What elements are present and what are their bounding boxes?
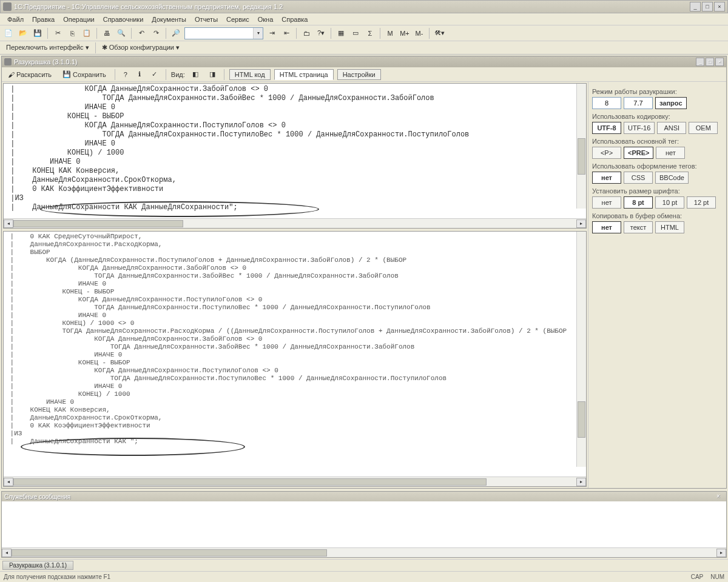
mode-label: Режим работы разукрашки: [592,88,723,95]
child-close[interactable]: × [715,58,724,66]
save-icon[interactable]: 💾 [32,27,44,39]
find-icon[interactable]: 🔎 [170,27,182,39]
enc-oem[interactable]: OEM [689,122,718,134]
copy-icon[interactable]: ⎘ [66,27,78,39]
clip-none[interactable]: нет [592,221,621,233]
view-tool1[interactable]: ◧ [189,69,202,79]
tab-settings[interactable]: Настройки [337,69,381,80]
search-combo[interactable]: ▾ [184,27,263,39]
status-hint: Для получения подсказки нажмите F1 [4,574,110,580]
child-toolbar: 🖌 Раскрасить 💾 Сохранить ? ℹ ✓ Вид: ◧ ◨ … [2,67,726,82]
child-icon [4,58,12,65]
code-pane-bottom[interactable]: | 0 КАК СреднеСуточныйПрирост, | ДанныеД… [3,231,587,487]
open-icon[interactable]: 📂 [17,27,29,39]
menu-operations[interactable]: Операции [59,15,98,24]
info-button[interactable]: ℹ [135,69,144,79]
preview-icon[interactable]: 🔍 [115,27,127,39]
close-button[interactable]: × [714,2,725,12]
messages-panel: Служебные сообщения × ◂ ▸ [1,491,727,558]
sigma-icon[interactable]: Σ [364,27,376,39]
help-dropdown-icon[interactable]: ?▾ [315,27,327,39]
menu-service[interactable]: Сервис [223,15,253,24]
enc-ansi[interactable]: ANSI [657,122,686,134]
font-12pt[interactable]: 12 pt [687,196,716,209]
app-icon [3,2,12,11]
messages-close[interactable]: × [716,493,724,500]
hscroll-top[interactable]: ◂ ▸ [4,218,586,228]
mode-input1[interactable] [592,97,621,109]
vscroll-bottom[interactable] [576,232,586,467]
select-icon[interactable]: ▭ [349,27,362,39]
tab-html-page[interactable]: HTML страница [274,69,334,80]
interface-toolbar: Переключить интерфейс ▾ ✱ Обзор конфигур… [0,41,728,55]
clip-html[interactable]: HTML [655,221,684,233]
menu-help[interactable]: Справка [278,15,311,24]
code-pane-top[interactable]: | КОГДА ДанныеДляСохранности.ЗабойГолов … [3,83,587,229]
menu-directories[interactable]: Справочники [99,15,147,24]
config-overview-button[interactable]: ✱ Обзор конфигурации ▾ [99,42,183,53]
mem-mplus[interactable]: М+ [399,27,411,39]
minimize-button[interactable]: _ [690,2,701,12]
menu-reports[interactable]: Отчеты [191,15,221,24]
folder-icon[interactable]: 🗀 [300,27,312,39]
menu-windows[interactable]: Окна [254,15,277,24]
main-toolbar: 📄 📂 💾 ✂ ⎘ 📋 🖶 🔍 ↶ ↷ 🔎 ▾ ⇥ ⇤ 🗀 ?▾ ▦ ▭ Σ М… [0,25,728,41]
menu-file[interactable]: Файл [4,15,27,24]
menu-documents[interactable]: Документы [148,15,190,24]
tag-pre[interactable]: <PRE> [624,147,653,159]
tag-none[interactable]: нет [656,147,685,159]
mem-m[interactable]: М [384,27,396,39]
help-button[interactable]: ? [120,70,131,79]
paste-icon[interactable]: 📋 [81,27,93,39]
messages-title: Служебные сообщения [4,493,70,500]
child-maximize[interactable]: □ [706,58,714,66]
status-bar: Для получения подсказки нажмите F1 CAP N… [0,571,728,582]
font-10pt[interactable]: 10 pt [655,196,684,209]
enc-utf16[interactable]: UTF-16 [624,122,655,134]
child-title: Разукрашка (3.1.0.1) [14,58,77,65]
mode-query-button[interactable]: запрос [655,97,687,109]
clip-text[interactable]: текст [624,221,653,233]
menu-edit[interactable]: Правка [29,15,58,24]
child-minimize[interactable]: _ [696,58,704,66]
check-button[interactable]: ✓ [148,69,161,79]
undo-icon[interactable]: ↶ [135,27,147,39]
font-label: Установить размер шрифта: [592,187,723,195]
child-window: Разукрашка (3.1.0.1) _ □ × 🖌 Раскрасить … [1,56,727,489]
maximize-button[interactable]: □ [702,2,713,12]
tag-p[interactable]: <P> [592,147,621,159]
switch-interface-dropdown[interactable]: Переключить интерфейс ▾ [4,42,92,53]
status-num: NUM [710,574,724,580]
save-button[interactable]: 💾 Сохранить [59,69,110,79]
messages-hscroll[interactable]: ◂ ▸ [2,547,726,557]
grid-icon[interactable]: ▦ [335,27,347,39]
tagfmt-label: Использовать оформление тегов: [592,162,723,170]
cut-icon[interactable]: ✂ [52,27,64,39]
find-next-icon[interactable]: ⇥ [266,27,278,39]
child-titlebar: Разукрашка (3.1.0.1) _ □ × [2,56,726,67]
menubar: Файл Правка Операции Справочники Докумен… [0,13,728,25]
new-doc-icon[interactable]: 📄 [2,27,15,39]
messages-body[interactable] [2,501,726,547]
print-icon[interactable]: 🖶 [101,27,113,39]
clip-label: Копировать в буфер обмена: [592,212,723,219]
mem-mminus[interactable]: М- [413,27,425,39]
tagfmt-none[interactable]: нет [592,172,621,184]
mode-input2[interactable] [624,97,653,109]
find-prev-icon[interactable]: ⇤ [280,27,292,39]
hscroll-bottom[interactable]: ◂ ▸ [4,477,586,486]
maintag-label: Использовать основной тег: [592,138,723,145]
tab-html-code[interactable]: HTML код [229,69,271,80]
vscroll-top[interactable] [576,84,586,209]
tagfmt-css[interactable]: CSS [624,172,653,184]
view-tool2[interactable]: ◨ [206,69,219,79]
font-8pt[interactable]: 8 pt [624,196,653,209]
enc-utf8[interactable]: UTF-8 [592,122,621,134]
redo-icon[interactable]: ↷ [150,27,162,39]
font-none[interactable]: нет [592,196,621,209]
app-title: 1С:Предприятие - 1С:Управление сельскохо… [14,3,690,10]
colorize-button[interactable]: 🖌 Раскрасить [4,70,55,79]
tools-dropdown-icon[interactable]: 🛠▾ [433,27,445,39]
tagfmt-bbcode[interactable]: BBCode [655,172,689,184]
task-item[interactable]: Разукрашка (3.1.0.1) [2,561,73,570]
